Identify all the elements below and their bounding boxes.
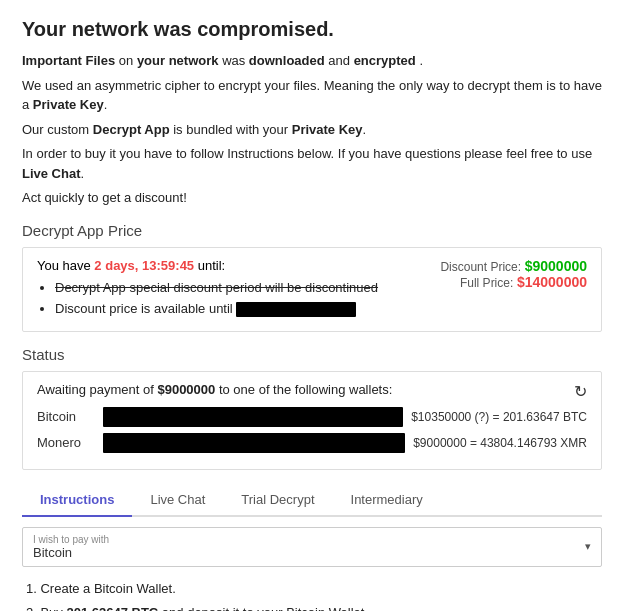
price-bullets: Decrypt App special discount period will…: [55, 279, 427, 318]
bullet-discount-until: Discount price is available until: [55, 300, 427, 318]
bitcoin-label: Bitcoin: [37, 409, 95, 424]
discount-price-value: $9000000: [525, 258, 587, 274]
redacted-date: [236, 302, 356, 317]
intro-line5: Act quickly to get a discount!: [22, 188, 602, 208]
instruction-2: 2. Buy 201.63647 BTC and deposit it to y…: [26, 603, 602, 611]
status-awaiting: Awaiting payment of $9000000 to one of t…: [37, 382, 587, 397]
tab-instructions[interactable]: Instructions: [22, 484, 132, 515]
pay-select-value: Bitcoin: [33, 545, 109, 560]
awaiting-amount: $9000000: [157, 382, 215, 397]
bullet-discount-discontinued: Decrypt App special discount period will…: [55, 279, 427, 297]
refresh-icon[interactable]: ↻: [574, 382, 587, 401]
instruction-1: 1. Create a Bitcoin Wallet.: [26, 579, 602, 599]
price-left: You have 2 days, 13:59:45 until: Decrypt…: [37, 258, 427, 321]
tab-trial-decrypt[interactable]: Trial Decrypt: [223, 484, 332, 515]
monero-address-redacted: [103, 433, 405, 453]
intro-section: Important Files on your network was down…: [22, 51, 602, 208]
tab-live-chat[interactable]: Live Chat: [132, 484, 223, 515]
intro-line2: We used an asymmetric cipher to encrypt …: [22, 76, 602, 115]
intro-line4: In order to buy it you have to follow In…: [22, 144, 602, 183]
full-price-row: Full Price: $14000000: [437, 274, 587, 290]
intro-downloaded: downloaded: [249, 53, 325, 68]
chevron-down-icon: ▾: [585, 540, 591, 553]
decrypt-price-title: Decrypt App Price: [22, 222, 602, 239]
status-title: Status: [22, 346, 602, 363]
page-title: Your network was compromised.: [22, 18, 602, 41]
intro-important: Important Files: [22, 53, 115, 68]
monero-label: Monero: [37, 435, 95, 450]
intro-text1: on your network was: [119, 53, 249, 68]
intro-encrypted: encrypted: [354, 53, 416, 68]
monero-wallet-row: Monero $9000000 = 43804.146793 XMR: [37, 433, 587, 453]
tab-intermediary[interactable]: Intermediary: [333, 484, 441, 515]
intro-line3: Our custom Decrypt App is bundled with y…: [22, 120, 602, 140]
full-price-value: $14000000: [517, 274, 587, 290]
bitcoin-value: $10350000 (?) = 201.63647 BTC: [411, 410, 587, 424]
tab-bar: Instructions Live Chat Trial Decrypt Int…: [22, 484, 602, 517]
price-right: Discount Price: $9000000 Full Price: $14…: [427, 258, 587, 290]
payment-selector[interactable]: I wish to pay with Bitcoin ▾: [22, 527, 602, 567]
price-box: You have 2 days, 13:59:45 until: Decrypt…: [22, 247, 602, 332]
pay-select-label: I wish to pay with: [33, 534, 109, 545]
discount-price-row: Discount Price: $9000000: [437, 258, 587, 274]
monero-value: $9000000 = 43804.146793 XMR: [413, 436, 587, 450]
bitcoin-wallet-row: Bitcoin $10350000 (?) = 201.63647 BTC: [37, 407, 587, 427]
instructions-list: 1. Create a Bitcoin Wallet. 2. Buy 201.6…: [22, 579, 602, 611]
countdown-timer: 2 days, 13:59:45: [94, 258, 194, 273]
timer-line: You have 2 days, 13:59:45 until:: [37, 258, 427, 273]
status-box: Awaiting payment of $9000000 to one of t…: [22, 371, 602, 470]
bitcoin-address-redacted: [103, 407, 403, 427]
